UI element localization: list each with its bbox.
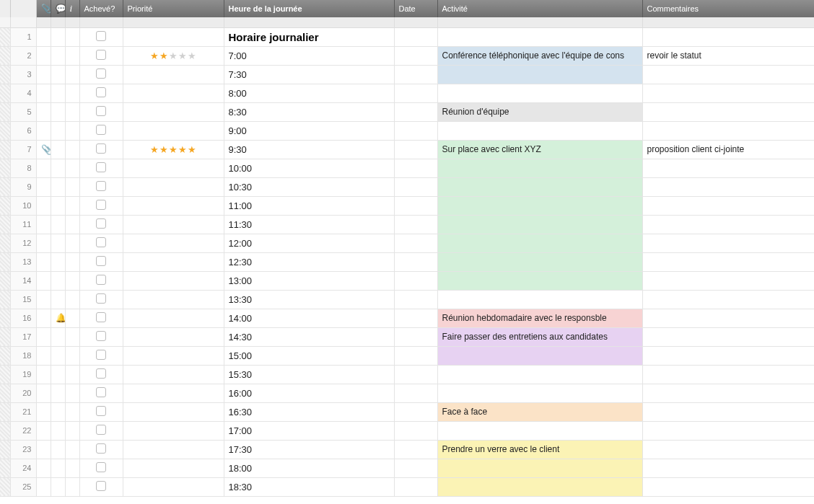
table-row[interactable]: 2116:30Face à face: [0, 402, 814, 421]
header-time[interactable]: Heure de la journée: [224, 0, 394, 17]
comments-cell[interactable]: [642, 121, 814, 140]
priority-stars[interactable]: ★★★★★: [150, 144, 197, 155]
comments-cell[interactable]: [642, 252, 814, 271]
date-cell[interactable]: [394, 196, 437, 215]
table-row[interactable]: 2418:00: [0, 459, 814, 477]
time-cell[interactable]: 15:30: [224, 365, 394, 384]
time-cell[interactable]: 10:30: [224, 177, 394, 196]
priority-cell[interactable]: [123, 252, 224, 271]
done-cell[interactable]: [79, 459, 123, 477]
date-cell[interactable]: [394, 309, 437, 327]
row-number[interactable]: 7: [10, 140, 36, 159]
discussion-cell[interactable]: [51, 459, 65, 477]
info-cell[interactable]: [65, 346, 79, 365]
priority-cell[interactable]: [123, 215, 224, 234]
time-cell[interactable]: 11:30: [224, 215, 394, 234]
comments-cell[interactable]: [642, 196, 814, 215]
priority-cell[interactable]: ★★★★★: [123, 46, 224, 65]
attachment-cell[interactable]: [36, 46, 51, 65]
attachment-cell[interactable]: [36, 402, 51, 421]
table-row[interactable]: 2217:00: [0, 421, 814, 440]
time-cell[interactable]: 11:00: [224, 196, 394, 215]
attachment-cell[interactable]: [36, 102, 51, 121]
done-checkbox[interactable]: [96, 368, 106, 379]
priority-cell[interactable]: [123, 271, 224, 290]
row-number[interactable]: 10: [10, 196, 36, 215]
time-cell[interactable]: 9:30: [224, 140, 394, 159]
attachment-cell[interactable]: [36, 271, 51, 290]
date-cell[interactable]: [394, 65, 437, 84]
activity-cell[interactable]: [437, 421, 642, 440]
comments-cell[interactable]: [642, 84, 814, 102]
info-cell[interactable]: [65, 327, 79, 346]
discussion-cell[interactable]: [51, 440, 65, 459]
comments-cell[interactable]: [642, 309, 814, 327]
activity-cell[interactable]: [437, 121, 642, 140]
comments-cell[interactable]: [642, 384, 814, 402]
priority-stars[interactable]: ★★★★★: [150, 50, 197, 61]
done-checkbox[interactable]: [96, 181, 106, 191]
info-cell[interactable]: [65, 421, 79, 440]
date-cell[interactable]: [394, 84, 437, 102]
priority-cell[interactable]: [123, 27, 224, 46]
table-row[interactable]: 1111:30: [0, 215, 814, 234]
table-row[interactable]: 1011:00: [0, 196, 814, 215]
row-number[interactable]: 15: [10, 290, 36, 309]
time-cell[interactable]: 12:30: [224, 252, 394, 271]
header-discussion[interactable]: 💬: [51, 0, 65, 17]
comments-cell[interactable]: [642, 327, 814, 346]
attachment-cell[interactable]: [36, 346, 51, 365]
info-cell[interactable]: [65, 459, 79, 477]
attachment-cell[interactable]: [36, 252, 51, 271]
date-cell[interactable]: [394, 271, 437, 290]
row-number[interactable]: 2: [10, 46, 36, 65]
info-cell[interactable]: [65, 121, 79, 140]
date-cell[interactable]: [394, 102, 437, 121]
done-checkbox[interactable]: [96, 125, 106, 135]
row-number[interactable]: 25: [10, 477, 36, 496]
activity-cell[interactable]: [437, 234, 642, 252]
done-cell[interactable]: [79, 215, 123, 234]
priority-cell[interactable]: [123, 477, 224, 496]
done-checkbox[interactable]: [96, 31, 106, 41]
date-cell[interactable]: [394, 252, 437, 271]
done-checkbox[interactable]: [96, 350, 106, 360]
info-cell[interactable]: [65, 65, 79, 84]
info-cell[interactable]: [65, 290, 79, 309]
date-cell[interactable]: [394, 477, 437, 496]
priority-cell[interactable]: [123, 346, 224, 365]
time-cell[interactable]: 9:00: [224, 121, 394, 140]
done-cell[interactable]: [79, 140, 123, 159]
comments-cell[interactable]: proposition client ci-jointe: [642, 140, 814, 159]
row-number[interactable]: 24: [10, 459, 36, 477]
attachment-cell[interactable]: [36, 309, 51, 327]
discussion-cell[interactable]: [51, 402, 65, 421]
date-cell[interactable]: [394, 234, 437, 252]
row-number[interactable]: 13: [10, 252, 36, 271]
attachment-cell[interactable]: [36, 327, 51, 346]
discussion-cell[interactable]: [51, 102, 65, 121]
priority-cell[interactable]: [123, 327, 224, 346]
done-cell[interactable]: [79, 102, 123, 121]
discussion-cell[interactable]: [51, 84, 65, 102]
date-cell[interactable]: [394, 327, 437, 346]
time-cell[interactable]: 14:00: [224, 309, 394, 327]
time-cell[interactable]: 18:00: [224, 459, 394, 477]
done-checkbox[interactable]: [96, 406, 106, 416]
done-cell[interactable]: [79, 440, 123, 459]
table-row[interactable]: 1815:00: [0, 346, 814, 365]
done-checkbox[interactable]: [96, 50, 106, 60]
done-cell[interactable]: [79, 177, 123, 196]
done-cell[interactable]: [79, 384, 123, 402]
table-row[interactable]: 7📎★★★★★9:30Sur place avec client XYZprop…: [0, 140, 814, 159]
activity-cell[interactable]: [437, 252, 642, 271]
priority-cell[interactable]: [123, 290, 224, 309]
priority-cell[interactable]: [123, 365, 224, 384]
discussion-cell[interactable]: [51, 177, 65, 196]
done-cell[interactable]: [79, 121, 123, 140]
info-cell[interactable]: [65, 102, 79, 121]
row-number[interactable]: 8: [10, 159, 36, 177]
done-checkbox[interactable]: [96, 87, 106, 97]
table-row[interactable]: 37:30: [0, 65, 814, 84]
comments-cell[interactable]: [642, 215, 814, 234]
